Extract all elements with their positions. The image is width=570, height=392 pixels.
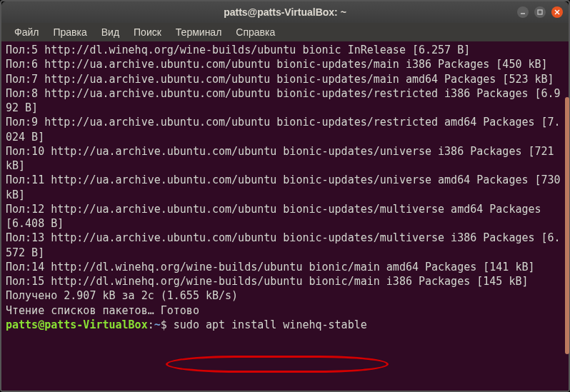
prompt-line[interactable]: patts@patts-VirtualBox:~$ sudo apt insta… — [6, 318, 564, 332]
menu-file[interactable]: Файл — [9, 25, 44, 39]
prompt-path: ~ — [154, 318, 161, 331]
window-title: patts@patts-VirtualBox: ~ — [224, 6, 346, 18]
scrollbar-thumb[interactable] — [565, 97, 569, 354]
terminal-line: Пол:14 http://dl.winehq.org/wine-builds/… — [6, 260, 564, 274]
close-icon — [554, 9, 560, 15]
prompt-user-host: patts@patts-VirtualBox — [6, 318, 148, 331]
maximize-icon — [537, 9, 543, 15]
minimize-icon — [520, 9, 526, 15]
titlebar[interactable]: patts@patts-VirtualBox: ~ — [1, 1, 569, 23]
prompt-command: sudo apt install winehq-stable — [174, 318, 367, 331]
menu-help[interactable]: Справка — [230, 25, 281, 39]
prompt-dollar: $ — [161, 318, 174, 331]
terminal-line: Получено 2.907 kB за 2с (1.655 kB/s) — [6, 288, 564, 303]
maximize-button[interactable] — [534, 6, 546, 18]
menubar: Файл Правка Вид Поиск Терминал Справка — [1, 23, 569, 41]
minimize-button[interactable] — [517, 6, 529, 18]
terminal-line: Пол:11 http://ua.archive.ubuntu.com/ubun… — [6, 173, 564, 202]
menu-terminal[interactable]: Терминал — [170, 25, 227, 39]
terminal-line: Пол:7 http://ua.archive.ubuntu.com/ubunt… — [6, 72, 564, 86]
terminal-line: Пол:6 http://ua.archive.ubuntu.com/ubunt… — [6, 57, 564, 71]
terminal-line: Пол:15 http://dl.winehq.org/wine-builds/… — [6, 274, 564, 288]
window-controls — [517, 6, 563, 18]
terminal-line: Пол:13 http://ua.archive.ubuntu.com/ubun… — [6, 231, 564, 260]
scrollbar[interactable] — [564, 40, 570, 392]
terminal-line: Пол:9 http://ua.archive.ubuntu.com/ubunt… — [6, 115, 564, 144]
menu-view[interactable]: Вид — [96, 25, 125, 39]
menu-search[interactable]: Поиск — [128, 25, 167, 39]
menu-edit[interactable]: Правка — [47, 25, 92, 39]
terminal-output[interactable]: Пол:5 http://dl.winehq.org/wine-builds/u… — [1, 41, 569, 391]
prompt-colon: : — [148, 318, 154, 331]
terminal-line: Пол:12 http://ua.archive.ubuntu.com/ubun… — [6, 202, 564, 231]
svg-rect-1 — [538, 10, 542, 14]
terminal-line: Пол:5 http://dl.winehq.org/wine-builds/u… — [6, 43, 564, 57]
terminal-line: Пол:10 http://ua.archive.ubuntu.com/ubun… — [6, 144, 564, 174]
terminal-line: Пол:8 http://ua.archive.ubuntu.com/ubunt… — [6, 86, 564, 116]
close-button[interactable] — [551, 6, 563, 18]
terminal-line: Чтение списков пакетов… Готово — [6, 303, 564, 318]
terminal-window: patts@patts-VirtualBox: ~ Файл Правка Ви… — [1, 1, 569, 391]
